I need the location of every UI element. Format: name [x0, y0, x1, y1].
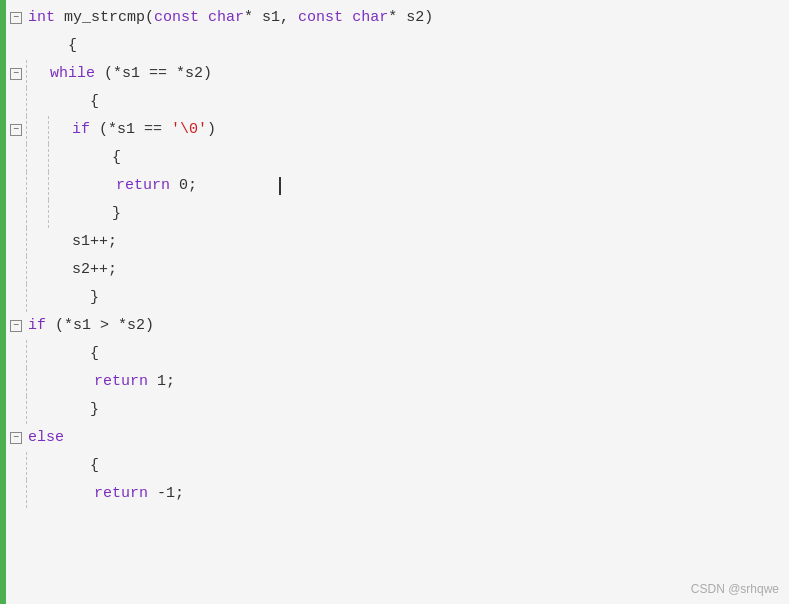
fold-box[interactable]: − [10, 320, 22, 332]
fold-box[interactable]: − [10, 432, 22, 444]
code-line: } [6, 396, 789, 424]
indent-guide [26, 396, 48, 424]
indent-guides [26, 452, 48, 480]
code-line: −while (*s1 == *s2) [6, 60, 789, 88]
code-content: if (*s1 == '\0') [70, 116, 216, 144]
token-kw: const [298, 4, 343, 32]
fold-indicator [6, 172, 26, 200]
indent-guide [26, 480, 48, 508]
code-line: { [6, 452, 789, 480]
token-normal: 1; [148, 368, 175, 396]
fold-box[interactable]: − [10, 124, 22, 136]
fold-indicator [6, 368, 26, 396]
indent-guide [26, 144, 48, 172]
fold-indicator [6, 144, 26, 172]
token-normal: * s1, [244, 4, 298, 32]
fold-indicator[interactable]: − [6, 424, 26, 452]
code-line: return 0; [6, 172, 789, 200]
code-content: { [70, 88, 99, 116]
fold-indicator [6, 228, 26, 256]
token-normal: ) [207, 116, 216, 144]
token-kw: char [352, 4, 388, 32]
token-kw: char [208, 4, 244, 32]
token-normal: { [72, 452, 99, 480]
indent-guides [26, 116, 70, 144]
token-normal: (*s1 > *s2) [46, 312, 154, 340]
watermark: CSDN @srhqwe [691, 582, 779, 596]
code-content: return -1; [92, 480, 184, 508]
fold-indicator[interactable]: − [6, 4, 26, 32]
fold-indicator[interactable]: − [6, 60, 26, 88]
token-kw: else [28, 424, 64, 452]
indent-guide [26, 368, 48, 396]
code-line: { [6, 144, 789, 172]
token-kw: int [28, 4, 55, 32]
fold-indicator[interactable]: − [6, 312, 26, 340]
code-line: −int my_strcmp(const char* s1, const cha… [6, 4, 789, 32]
indent-guide [26, 116, 48, 144]
token-normal: } [72, 396, 99, 424]
fold-box[interactable]: − [10, 12, 22, 24]
code-line: −if (*s1 == '\0') [6, 116, 789, 144]
fold-indicator [6, 200, 26, 228]
indent-guides [26, 200, 70, 228]
code-content: return 1; [92, 368, 175, 396]
fold-indicator [6, 396, 26, 424]
code-line: { [6, 88, 789, 116]
indent-guide [48, 200, 70, 228]
code-line: { [6, 32, 789, 60]
indent-guides [26, 340, 48, 368]
fold-indicator [6, 32, 26, 60]
code-content: while (*s1 == *s2) [48, 60, 212, 88]
indent-guides [26, 228, 48, 256]
code-area: −int my_strcmp(const char* s1, const cha… [6, 0, 789, 604]
token-normal: -1; [148, 480, 184, 508]
code-line: s1++; [6, 228, 789, 256]
code-line: −if (*s1 > *s2) [6, 312, 789, 340]
indent-guide [48, 116, 70, 144]
indent-guide [48, 144, 70, 172]
token-normal: { [50, 32, 77, 60]
fold-box[interactable]: − [10, 68, 22, 80]
token-normal: * s2) [388, 4, 433, 32]
token-normal: s1++; [72, 228, 117, 256]
token-normal: { [94, 144, 121, 172]
code-line: { [6, 340, 789, 368]
code-line: return -1; [6, 480, 789, 508]
indent-guide [26, 200, 48, 228]
token-kw: if [72, 116, 90, 144]
token-normal [343, 4, 352, 32]
code-content: } [92, 200, 121, 228]
token-normal: { [72, 340, 99, 368]
code-content: { [70, 452, 99, 480]
code-content: return 0; [114, 172, 281, 200]
indent-guides [26, 88, 48, 116]
code-content: } [70, 396, 99, 424]
code-line: } [6, 284, 789, 312]
code-content: { [70, 340, 99, 368]
fold-indicator [6, 256, 26, 284]
text-cursor [279, 177, 281, 195]
token-normal: my_strcmp( [55, 4, 154, 32]
token-kw: return [94, 368, 148, 396]
fold-indicator [6, 88, 26, 116]
code-content: { [92, 144, 121, 172]
indent-guides [26, 144, 70, 172]
indent-guides [26, 60, 48, 88]
code-content: else [26, 424, 64, 452]
token-normal: { [72, 88, 99, 116]
token-kw: while [50, 60, 95, 88]
fold-indicator[interactable]: − [6, 116, 26, 144]
fold-indicator [6, 480, 26, 508]
indent-guides [26, 396, 48, 424]
token-normal: (*s1 == *s2) [95, 60, 212, 88]
token-normal: 0; [170, 172, 197, 200]
fold-indicator [6, 340, 26, 368]
fold-indicator [6, 452, 26, 480]
code-line: return 1; [6, 368, 789, 396]
token-normal: s2++; [72, 256, 117, 284]
indent-guide [26, 340, 48, 368]
indent-guide [26, 452, 48, 480]
code-content: int my_strcmp(const char* s1, const char… [26, 4, 433, 32]
token-kw: if [28, 312, 46, 340]
